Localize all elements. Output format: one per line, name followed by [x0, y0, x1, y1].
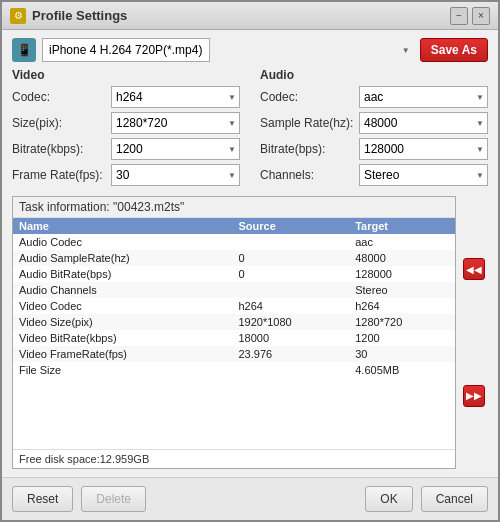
- back-arrow-button[interactable]: ◀◀: [463, 258, 485, 280]
- profile-row: 📱 iPhone 4 H.264 720P(*.mp4) Save As: [12, 38, 488, 62]
- cancel-button[interactable]: Cancel: [421, 486, 488, 512]
- video-framerate-select-wrapper: 30: [111, 164, 240, 186]
- audio-codec-select[interactable]: aac: [359, 86, 488, 108]
- video-bitrate-select-wrapper: 1200: [111, 138, 240, 160]
- audio-bitrate-select[interactable]: 128000: [359, 138, 488, 160]
- video-size-row: Size(pix): 1280*720: [12, 112, 240, 134]
- ok-button[interactable]: OK: [365, 486, 412, 512]
- settings-grid: Video Codec: h264 Size(pix): 1280*720: [12, 68, 488, 190]
- title-bar-left: ⚙ Profile Settings: [10, 8, 127, 24]
- video-codec-select[interactable]: h264: [111, 86, 240, 108]
- table-cell-col2: aac: [349, 234, 455, 250]
- table-row: Audio SampleRate(hz)048000: [13, 250, 455, 266]
- audio-bitrate-label: Bitrate(bps):: [260, 142, 355, 156]
- minimize-button[interactable]: −: [450, 7, 468, 25]
- video-size-select-wrapper: 1280*720: [111, 112, 240, 134]
- table-row: Video Size(pix)1920*10801280*720: [13, 314, 455, 330]
- main-window: ⚙ Profile Settings − × 📱 iPhone 4 H.264 …: [0, 0, 500, 522]
- table-row: Audio ChannelsStereo: [13, 282, 455, 298]
- info-table-section: Task information: "00423.m2ts" Name Sour…: [12, 196, 456, 469]
- bottom-right-buttons: OK Cancel: [365, 486, 488, 512]
- table-cell-col0: Video Size(pix): [13, 314, 233, 330]
- table-cell-col1: 1920*1080: [233, 314, 350, 330]
- video-bitrate-select[interactable]: 1200: [111, 138, 240, 160]
- audio-section-title: Audio: [260, 68, 488, 82]
- table-cell-col0: Audio Channels: [13, 282, 233, 298]
- table-row: Audio BitRate(bps)0128000: [13, 266, 455, 282]
- audio-channels-select[interactable]: Stereo: [359, 164, 488, 186]
- table-cell-col2: 48000: [349, 250, 455, 266]
- video-bitrate-label: Bitrate(kbps):: [12, 142, 107, 156]
- table-cell-col1: [233, 362, 350, 378]
- table-cell-col0: Video Codec: [13, 298, 233, 314]
- video-section: Video Codec: h264 Size(pix): 1280*720: [12, 68, 240, 190]
- audio-channels-label: Channels:: [260, 168, 355, 182]
- audio-channels-row: Channels: Stereo: [260, 164, 488, 186]
- table-cell-col1: 0: [233, 250, 350, 266]
- audio-channels-select-wrapper: Stereo: [359, 164, 488, 186]
- video-codec-select-wrapper: h264: [111, 86, 240, 108]
- table-row: Audio Codecaac: [13, 234, 455, 250]
- profile-select-wrapper: iPhone 4 H.264 720P(*.mp4): [42, 38, 414, 62]
- table-cell-col0: Video FrameRate(fps): [13, 346, 233, 362]
- col-target-header: Target: [349, 218, 455, 234]
- table-row: Video FrameRate(fps)23.97630: [13, 346, 455, 362]
- table-cell-col0: Audio BitRate(bps): [13, 266, 233, 282]
- video-framerate-row: Frame Rate(fps): 30: [12, 164, 240, 186]
- table-cell-col1: [233, 282, 350, 298]
- main-area: Task information: "00423.m2ts" Name Sour…: [12, 196, 488, 469]
- table-cell-col0: Audio SampleRate(hz): [13, 250, 233, 266]
- audio-samplerate-select[interactable]: 48000: [359, 112, 488, 134]
- table-cell-col1: [233, 234, 350, 250]
- bottom-left-buttons: Reset Delete: [12, 486, 146, 512]
- info-box: Task information: "00423.m2ts" Name Sour…: [12, 196, 456, 469]
- video-framerate-select[interactable]: 30: [111, 164, 240, 186]
- video-framerate-label: Frame Rate(fps):: [12, 168, 107, 182]
- table-cell-col2: 128000: [349, 266, 455, 282]
- audio-codec-label: Codec:: [260, 90, 355, 104]
- video-size-select[interactable]: 1280*720: [111, 112, 240, 134]
- profile-icon: 📱: [12, 38, 36, 62]
- video-codec-row: Codec: h264: [12, 86, 240, 108]
- title-bar-controls: − ×: [450, 7, 490, 25]
- table-row: Video BitRate(kbps)180001200: [13, 330, 455, 346]
- reset-button[interactable]: Reset: [12, 486, 73, 512]
- close-button[interactable]: ×: [472, 7, 490, 25]
- profile-select[interactable]: iPhone 4 H.264 720P(*.mp4): [42, 38, 210, 62]
- table-row: Video Codech264h264: [13, 298, 455, 314]
- info-title: Task information: "00423.m2ts": [13, 197, 455, 218]
- video-section-title: Video: [12, 68, 240, 82]
- table-cell-col1: 0: [233, 266, 350, 282]
- info-table-wrapper[interactable]: Name Source Target Audio CodecaacAudio S…: [13, 218, 455, 449]
- audio-samplerate-row: Sample Rate(hz): 48000: [260, 112, 488, 134]
- save-as-button[interactable]: Save As: [420, 38, 488, 62]
- audio-codec-row: Codec: aac: [260, 86, 488, 108]
- video-bitrate-row: Bitrate(kbps): 1200: [12, 138, 240, 160]
- bottom-bar: Reset Delete OK Cancel: [2, 477, 498, 520]
- audio-codec-select-wrapper: aac: [359, 86, 488, 108]
- table-cell-col1: h264: [233, 298, 350, 314]
- table-cell-col1: 23.976: [233, 346, 350, 362]
- table-cell-col2: 30: [349, 346, 455, 362]
- table-cell-col2: 4.605MB: [349, 362, 455, 378]
- table-cell-col0: Video BitRate(kbps): [13, 330, 233, 346]
- audio-bitrate-select-wrapper: 128000: [359, 138, 488, 160]
- video-size-label: Size(pix):: [12, 116, 107, 130]
- table-header-row: Name Source Target: [13, 218, 455, 234]
- table-cell-col0: File Size: [13, 362, 233, 378]
- arrows-container: ◀◀ ▶▶: [460, 196, 488, 469]
- delete-button[interactable]: Delete: [81, 486, 146, 512]
- table-cell-col1: 18000: [233, 330, 350, 346]
- audio-samplerate-label: Sample Rate(hz):: [260, 116, 355, 130]
- audio-section: Audio Codec: aac Sample Rate(hz): 48000: [260, 68, 488, 190]
- app-icon: ⚙: [10, 8, 26, 24]
- audio-bitrate-row: Bitrate(bps): 128000: [260, 138, 488, 160]
- main-content: 📱 iPhone 4 H.264 720P(*.mp4) Save As Vid…: [2, 30, 498, 477]
- table-cell-col2: 1280*720: [349, 314, 455, 330]
- audio-samplerate-select-wrapper: 48000: [359, 112, 488, 134]
- forward-arrow-button[interactable]: ▶▶: [463, 385, 485, 407]
- table-cell-col2: 1200: [349, 330, 455, 346]
- table-cell-col2: Stereo: [349, 282, 455, 298]
- col-name-header: Name: [13, 218, 233, 234]
- table-cell-col0: Audio Codec: [13, 234, 233, 250]
